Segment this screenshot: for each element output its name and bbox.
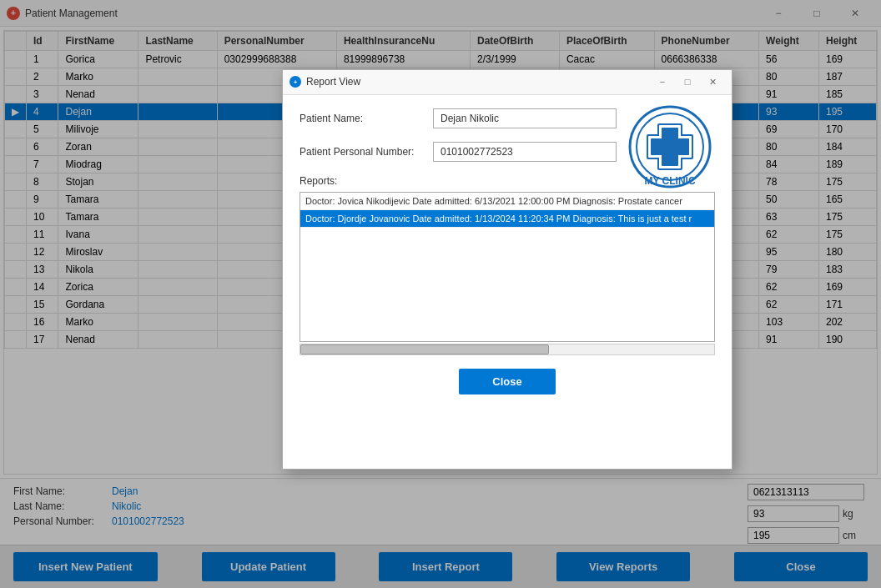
reports-scrollbar[interactable] xyxy=(300,344,715,355)
svg-rect-7 xyxy=(651,138,689,155)
modal-title-left: + Report View xyxy=(289,76,360,88)
reports-listbox[interactable]: Doctor: Jovica Nikodijevic Date admitted… xyxy=(300,192,715,342)
modal-patient-name-label: Patient Name: xyxy=(300,113,433,124)
modal-title-bar: + Report View − □ ✕ xyxy=(283,70,732,95)
modal-title: Report View xyxy=(306,76,360,88)
modal-body: MY CLINIC Patient Name: Patient Personal… xyxy=(283,95,732,408)
modal-patient-name-field[interactable] xyxy=(433,108,617,128)
svg-text:MY CLINIC: MY CLINIC xyxy=(644,175,695,187)
report-item[interactable]: Doctor: Jovica Nikodijevic Date admitted… xyxy=(300,193,714,210)
modal-personal-number-field[interactable] xyxy=(433,142,617,162)
modal-controls: − □ ✕ xyxy=(650,71,725,93)
modal-icon: + xyxy=(289,76,301,88)
report-view-modal: + Report View − □ ✕ xyxy=(282,69,732,470)
modal-close-button[interactable]: Close xyxy=(459,369,555,395)
clinic-logo-container: MY CLINIC xyxy=(628,105,712,191)
report-item[interactable]: Doctor: Djordje Jovanovic Date admitted:… xyxy=(300,210,714,228)
modal-minimize-button[interactable]: − xyxy=(650,71,675,93)
modal-overlay: + Report View − □ ✕ xyxy=(0,0,881,588)
modal-close-x-button[interactable]: ✕ xyxy=(700,71,725,93)
modal-maximize-button[interactable]: □ xyxy=(675,71,700,93)
clinic-logo: MY CLINIC xyxy=(628,105,712,188)
modal-personal-number-label: Patient Personal Number: xyxy=(300,146,433,158)
